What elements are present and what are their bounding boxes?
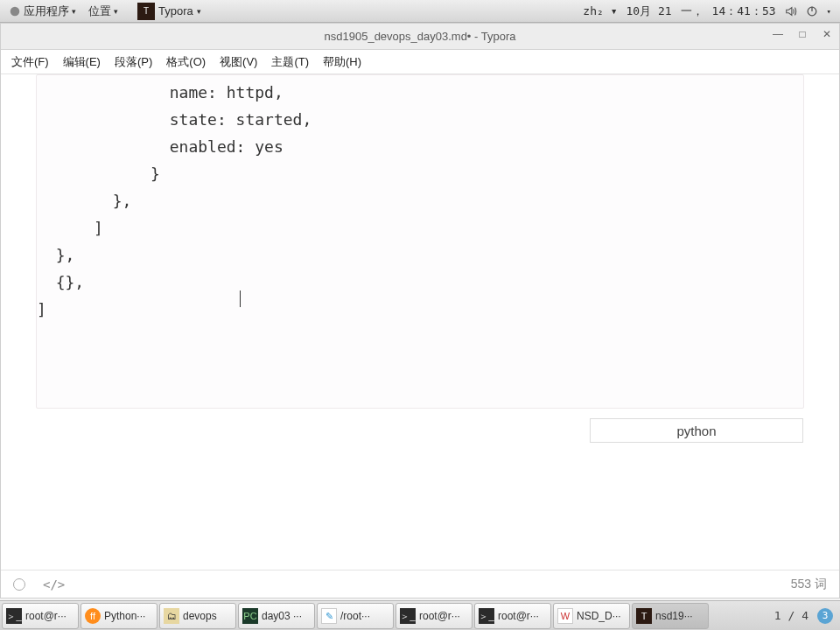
places-menu[interactable]: 位置 ▾ xyxy=(83,2,123,21)
task-files-devops[interactable]: 🗂devops xyxy=(159,603,236,629)
volume-icon[interactable] xyxy=(785,5,797,18)
svg-point-0 xyxy=(10,6,20,16)
code-line: state: started, xyxy=(37,110,312,129)
chevron-down-icon: ▾ xyxy=(72,7,76,16)
terminal-icon: ＞_ xyxy=(400,608,416,624)
task-terminal-3[interactable]: ＞_root@r··· xyxy=(474,603,551,629)
chevron-down-icon: ▾ xyxy=(197,7,201,16)
task-label: nsd19··· xyxy=(655,610,693,622)
menubar: 文件(F) 编辑(E) 段落(P) 格式(O) 视图(V) 主题(T) 帮助(H… xyxy=(1,50,839,74)
task-gedit[interactable]: ✎/root··· xyxy=(317,603,394,629)
files-icon: 🗂 xyxy=(164,608,179,624)
source-mode-toggle[interactable]: </> xyxy=(43,578,65,592)
current-app-indicator[interactable]: T Typora ▾ xyxy=(132,1,206,22)
menu-view[interactable]: 视图(V) xyxy=(213,52,264,73)
window-titlebar[interactable]: nsd1905_devops_day03.md• - Typora — □ ✕ xyxy=(1,24,839,50)
task-firefox[interactable]: ffPython··· xyxy=(80,603,158,629)
maximize-button[interactable]: □ xyxy=(795,27,809,41)
date-indicator[interactable]: 10月 21 xyxy=(626,4,671,19)
menu-help[interactable]: 帮助(H) xyxy=(316,52,368,73)
terminal-icon: ＞_ xyxy=(6,608,22,624)
window-controls: — □ ✕ xyxy=(771,27,834,41)
menu-paragraph[interactable]: 段落(P) xyxy=(108,52,159,73)
task-label: root@r··· xyxy=(419,610,460,622)
task-typora[interactable]: Tnsd19··· xyxy=(632,603,709,629)
typora-icon: T xyxy=(636,608,652,624)
menu-format[interactable]: 格式(O) xyxy=(159,52,213,73)
workspace-pager[interactable]: 1 / 4 xyxy=(774,609,808,622)
outline-toggle-icon[interactable] xyxy=(13,578,25,591)
gnome-top-panel: 应用程序 ▾ 位置 ▾ T Typora ▾ zh₂ ▾ 10月 21 一， 1… xyxy=(0,0,840,23)
panel-left: 应用程序 ▾ 位置 ▾ T Typora ▾ xyxy=(4,1,206,22)
places-label: 位置 xyxy=(88,4,111,19)
code-line: {}, xyxy=(37,273,84,291)
panel-right-group: 1 / 4 3 xyxy=(774,603,838,628)
power-icon[interactable] xyxy=(806,5,818,18)
word-count[interactable]: 553 词 xyxy=(791,577,827,592)
notification-badge[interactable]: 3 xyxy=(817,608,833,624)
clock[interactable]: 14：41：53 xyxy=(712,4,776,19)
firefox-icon: ff xyxy=(85,608,101,624)
weekday-indicator: 一， xyxy=(681,4,704,19)
code-line: }, xyxy=(37,192,131,210)
foot-icon xyxy=(9,5,21,18)
code-language-selector[interactable]: python xyxy=(590,418,803,443)
window-title: nsd1905_devops_day03.md• - Typora xyxy=(325,30,516,43)
applications-label: 应用程序 xyxy=(24,4,69,19)
task-label: root@r··· xyxy=(498,610,539,622)
close-button[interactable]: ✕ xyxy=(820,27,834,41)
gnome-bottom-panel: ＞_root@r··· ffPython··· 🗂devops PCday03 … xyxy=(0,600,840,630)
minimize-button[interactable]: — xyxy=(771,27,785,41)
typora-window: nsd1905_devops_day03.md• - Typora — □ ✕ … xyxy=(0,23,840,598)
task-wps[interactable]: WNSD_D··· xyxy=(553,603,630,629)
menu-theme[interactable]: 主题(T) xyxy=(264,52,316,73)
task-label: devops xyxy=(183,610,217,622)
code-line: }, xyxy=(37,246,74,264)
task-terminal-2[interactable]: ＞_root@r··· xyxy=(396,603,472,629)
code-block[interactable]: name: httpd, state: started, enabled: ye… xyxy=(36,74,804,409)
input-method-indicator[interactable]: zh₂ ▾ xyxy=(583,4,617,18)
task-label: root@r··· xyxy=(25,610,66,622)
code-line: ] xyxy=(37,300,46,318)
current-app-label: Typora xyxy=(158,4,193,18)
code-line: } xyxy=(37,164,160,183)
code-line: ] xyxy=(37,219,103,237)
editor-area[interactable]: name: httpd, state: started, enabled: ye… xyxy=(1,74,839,570)
task-pycharm[interactable]: PCday03 ··· xyxy=(238,603,315,629)
wps-icon: W xyxy=(557,608,573,624)
task-label: NSD_D··· xyxy=(577,610,621,622)
task-label: day03 ··· xyxy=(262,610,302,622)
chevron-down-icon[interactable]: ▾ xyxy=(827,7,831,16)
task-label: /root··· xyxy=(340,610,370,622)
task-label: Python··· xyxy=(104,610,145,622)
statusbar: </> 553 词 xyxy=(1,570,839,598)
applications-menu[interactable]: 应用程序 ▾ xyxy=(4,2,81,21)
code-line: enabled: yes xyxy=(37,137,284,156)
task-terminal-1[interactable]: ＞_root@r··· xyxy=(2,603,79,629)
menu-file[interactable]: 文件(F) xyxy=(4,52,56,73)
typora-icon: T xyxy=(137,3,155,20)
pycharm-icon: PC xyxy=(242,608,258,624)
gedit-icon: ✎ xyxy=(321,608,337,624)
text-cursor xyxy=(240,290,241,307)
code-line: name: httpd, xyxy=(37,83,284,102)
menu-edit[interactable]: 编辑(E) xyxy=(56,52,108,73)
chevron-down-icon: ▾ xyxy=(114,7,118,16)
terminal-icon: ＞_ xyxy=(479,608,494,624)
system-tray: zh₂ ▾ 10月 21 一， 14：41：53 ▾ xyxy=(583,4,836,19)
